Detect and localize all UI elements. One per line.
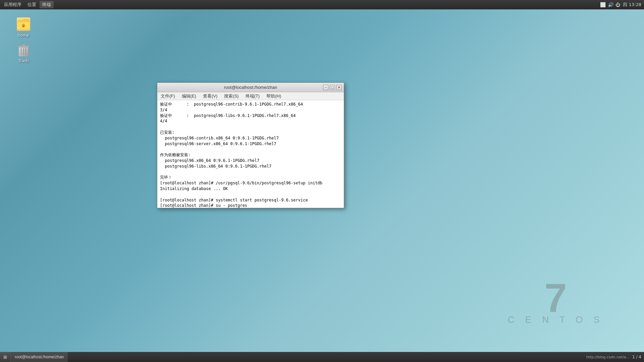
svg-rect-2 — [23, 26, 24, 27]
terminal-controls: ─ □ ✕ — [323, 85, 342, 90]
terminal-taskbar-button[interactable]: root@localhost:/home/zhan — [10, 352, 68, 362]
minimize-button[interactable]: ─ — [323, 85, 328, 90]
terminal-output: 验证中 : postgresql96-contrib-9.6.1-1PGDG.r… — [160, 102, 341, 208]
trash-icon — [15, 42, 32, 58]
page-indicator: 1 / 4 — [632, 355, 641, 359]
start-icon: ⊞ — [3, 355, 7, 360]
taskbar-left-menu: 应用程序 位置 终端 — [0, 1, 54, 8]
menu-applications[interactable]: 应用程序 — [1, 1, 24, 8]
close-button[interactable]: ✕ — [336, 85, 342, 90]
maximize-button[interactable]: □ — [330, 85, 335, 90]
display-icon[interactable]: ⬜ — [600, 2, 606, 7]
home-icon — [15, 16, 32, 32]
taskbar-system-icons: ⬜ 🔊 ⏻ — [600, 2, 620, 7]
terminal-window: root@localhost:/home/zhan ─ □ ✕ 文件(F) 编辑… — [157, 82, 344, 208]
trash-desktop-icon[interactable]: Trash — [10, 42, 37, 64]
taskbar-right: ⬜ 🔊 ⏻ 四 13:28 — [600, 2, 644, 8]
menu-terminal[interactable]: 终端(T) — [242, 93, 263, 100]
clock: 四 13:28 — [623, 2, 641, 8]
terminal-title: root@localhost:/home/zhan — [160, 85, 341, 90]
power-icon[interactable]: ⏻ — [615, 2, 620, 7]
terminal-menubar: 文件(F) 编辑(E) 查看(V) 搜索(S) 终端(T) 帮助(H) — [157, 92, 344, 100]
volume-icon[interactable]: 🔊 — [608, 2, 613, 7]
terminal-content[interactable]: 验证中 : postgresql96-contrib-9.6.1-1PGDG.r… — [157, 100, 344, 208]
menu-terminal[interactable]: 终端 — [40, 1, 54, 8]
centos-version-number: 7 — [507, 278, 604, 318]
trash-icon-image — [15, 42, 32, 58]
menu-edit[interactable]: 编辑(E) — [178, 93, 200, 100]
svg-rect-6 — [22, 44, 25, 46]
bottom-taskbar: ⊞ root@localhost:/home/zhan http://blog.… — [0, 352, 644, 362]
start-button[interactable]: ⊞ — [0, 352, 10, 362]
bottom-taskbar-left: ⊞ root@localhost:/home/zhan — [0, 352, 68, 362]
centos-watermark: 7 C E N T O S — [507, 278, 604, 325]
terminal-titlebar: root@localhost:/home/zhan ─ □ ✕ — [157, 83, 344, 92]
bottom-taskbar-right: http://blog.csdn.net/a... 1 / 4 — [586, 355, 644, 359]
menu-view[interactable]: 查看(V) — [200, 93, 221, 100]
menu-places[interactable]: 位置 — [25, 1, 39, 8]
menu-search[interactable]: 搜索(S) — [221, 93, 242, 100]
home-icon-label: home — [17, 33, 30, 38]
menu-file[interactable]: 文件(F) — [157, 93, 178, 100]
trash-icon-label: Trash — [17, 58, 30, 64]
desktop: home — [0, 9, 644, 352]
top-taskbar: 应用程序 位置 终端 ⬜ 🔊 ⏻ 四 13:28 — [0, 0, 644, 9]
menu-help[interactable]: 帮助(H) — [263, 93, 284, 100]
home-icon-image — [15, 16, 32, 32]
centos-brand: C E N T O S — [507, 314, 604, 325]
home-desktop-icon[interactable]: home — [10, 16, 37, 38]
bottom-url: http://blog.csdn.net/a... — [586, 355, 630, 359]
